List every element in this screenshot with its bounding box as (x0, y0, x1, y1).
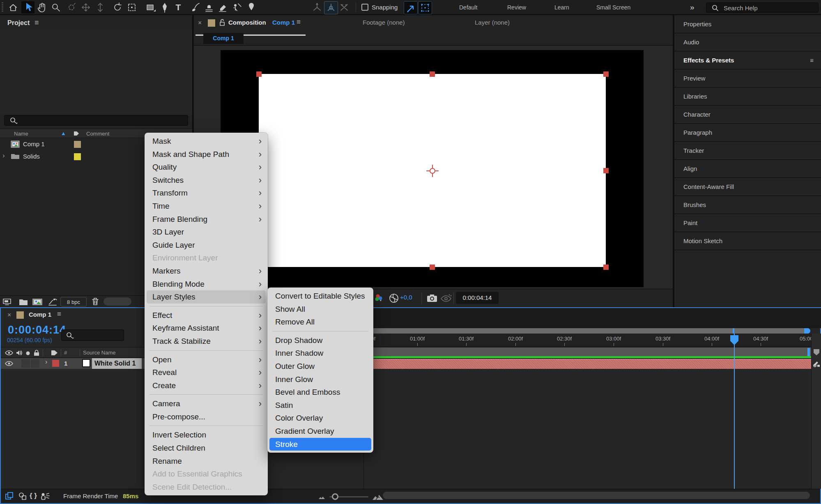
label-color-swatch-tan[interactable] (74, 141, 81, 148)
menu-item-effect[interactable]: Effect› (147, 309, 266, 322)
layer-expander-icon[interactable]: › (45, 358, 47, 366)
comp-panel-tab-label[interactable]: Composition (228, 19, 266, 26)
handle-bottom-center[interactable] (430, 265, 435, 270)
timeline-tab-close-icon[interactable]: × (7, 311, 11, 319)
rotation-tool[interactable] (111, 1, 124, 14)
snap-features-toggle[interactable] (418, 1, 432, 14)
timeline-h-scrollbar[interactable] (383, 492, 810, 499)
menu-item-time[interactable]: Time› (147, 200, 266, 213)
selection-tool[interactable] (21, 1, 34, 14)
type-tool[interactable]: T (172, 1, 185, 14)
menu-item-track-stabilize[interactable]: Track & Stabilize› (147, 335, 266, 348)
workspace-overflow-button[interactable]: » (690, 0, 695, 15)
column-source-name[interactable]: Source Name (83, 350, 115, 356)
menu-item-mask-and-shape-path[interactable]: Mask and Shape Path› (147, 148, 266, 161)
menu-item-quality[interactable]: Quality› (147, 161, 266, 174)
sidebar-item-tracker[interactable]: Tracker (674, 142, 821, 160)
footage-tab[interactable]: Footage (none) (363, 19, 405, 26)
project-settings-icon[interactable] (48, 297, 57, 306)
submenu-item-show-all[interactable]: Show All (269, 303, 371, 316)
submenu-item-inner-glow[interactable]: Inner Glow (269, 373, 371, 386)
snap-guides-toggle[interactable] (404, 1, 418, 14)
snapping-checkbox[interactable] (361, 4, 368, 11)
menu-item-invert-selection[interactable]: Invert Selection (147, 428, 266, 442)
menu-item-guide-layer[interactable]: Guide Layer (147, 239, 266, 252)
home-button[interactable] (7, 1, 20, 14)
submenu-item-convert-to-editable-styles[interactable]: Convert to Editable Styles (269, 290, 371, 303)
sidebar-item-preview[interactable]: Preview (674, 69, 821, 87)
layer-label-color[interactable] (52, 360, 59, 367)
menu-item-layer-styles[interactable]: Layer Styles› (147, 290, 266, 304)
comp-tab-close-icon[interactable]: × (198, 19, 202, 27)
sidebar-item-audio[interactable]: Audio (674, 33, 821, 51)
submenu-item-remove-all[interactable]: Remove All (269, 315, 371, 329)
sidebar-item-paint[interactable]: Paint (674, 214, 821, 232)
orbit-camera-tool[interactable] (65, 1, 78, 14)
puppet-pin-tool[interactable] (245, 1, 258, 14)
submenu-item-drop-shadow[interactable]: Drop Shadow (269, 334, 371, 347)
layer-tab[interactable]: Layer (none) (475, 19, 510, 26)
work-area-band[interactable] (364, 348, 811, 357)
menu-item-open[interactable]: Open› (147, 353, 266, 366)
menu-item-select-children[interactable]: Select Children (147, 442, 266, 455)
layer-duration-bar[interactable] (364, 359, 811, 369)
stamp-tool[interactable] (202, 1, 216, 14)
layer-eye-icon[interactable] (5, 361, 13, 366)
column-name[interactable]: Name (14, 131, 28, 137)
sidebar-item-motion-sketch[interactable]: Motion Sketch (674, 232, 821, 250)
submenu-item-outer-glow[interactable]: Outer Glow (269, 360, 371, 373)
timeline-zoom-slider[interactable] (329, 496, 368, 497)
menu-item-pre-compose[interactable]: Pre-compose... (147, 410, 266, 423)
comp-tab-menu-icon[interactable]: ≡ (297, 18, 301, 26)
time-navigator-bar[interactable] (364, 328, 810, 334)
work-area-end-marker[interactable] (807, 348, 810, 357)
viewer-tab-comp1[interactable]: Comp 1 (203, 33, 244, 44)
project-search-box[interactable] (4, 115, 188, 126)
view-axis-mode[interactable] (338, 1, 351, 14)
timeline-tab-label[interactable]: Comp 1 (29, 311, 51, 318)
menu-item-blending-mode[interactable]: Blending Mode› (147, 278, 266, 291)
sort-ascending-icon[interactable]: ▲ (61, 130, 66, 136)
zoom-out-mountain-icon[interactable] (318, 494, 326, 500)
zoom-in-mountain-icon[interactable] (372, 492, 384, 501)
workspace-tab-review[interactable]: Review (507, 0, 526, 15)
column-comment[interactable]: Comment (86, 131, 109, 137)
menu-item-switches[interactable]: Switches› (147, 174, 266, 187)
column-index[interactable]: # (64, 350, 67, 356)
handle-top-center[interactable] (430, 71, 435, 77)
comp-button-icon[interactable] (812, 360, 821, 368)
roto-brush-tool[interactable] (230, 1, 243, 14)
effects-presets-menu-icon[interactable]: ≡ (810, 51, 814, 69)
label-color-swatch-yellow[interactable] (74, 153, 81, 160)
sidebar-item-libraries[interactable]: Libraries (674, 87, 821, 106)
sidebar-item-content-aware-fill[interactable]: Content-Aware Fill (674, 178, 821, 196)
sidebar-item-effects-presets[interactable]: Effects & Presets ≡ (674, 51, 821, 69)
sidebar-item-properties[interactable]: Properties (674, 15, 821, 33)
pan-camera-tool[interactable] (79, 1, 92, 14)
menu-item-mask[interactable]: Mask› (147, 135, 266, 148)
layer-solo-cell[interactable] (31, 359, 39, 368)
menu-item-frame-blending[interactable]: Frame Blending› (147, 213, 266, 226)
submenu-item-satin[interactable]: Satin (269, 399, 371, 412)
unlocked-icon[interactable] (219, 19, 225, 26)
current-timecode[interactable]: 0:00:04:14 (8, 324, 66, 336)
handle-mid-right[interactable] (603, 168, 609, 173)
layer-audio-cell[interactable] (21, 359, 30, 368)
submenu-item-gradient-overlay[interactable]: Gradient Overlay (269, 425, 371, 438)
graph-editor-set-icon[interactable] (18, 492, 27, 501)
handle-bottom-right[interactable] (603, 265, 609, 270)
sidebar-item-align[interactable]: Align (674, 160, 821, 178)
zoom-slider-knob[interactable] (332, 493, 338, 500)
new-folder-icon[interactable] (19, 298, 28, 306)
motion-blur-icon[interactable] (40, 492, 51, 501)
show-snapshot-icon[interactable] (440, 293, 452, 303)
comp-panel-tab-comp-name[interactable]: Comp 1 (272, 19, 295, 26)
menu-item-3d-layer[interactable]: 3D Layer (147, 226, 266, 239)
expand-layers-toggle-icon[interactable] (5, 492, 14, 501)
menu-item-rename[interactable]: Rename (147, 455, 266, 468)
new-composition-icon[interactable] (32, 298, 44, 306)
project-panel-menu-icon[interactable]: ≡ (34, 18, 39, 27)
brush-tool[interactable] (189, 1, 202, 14)
snapping-label[interactable]: Snapping (372, 0, 398, 15)
submenu-item-stroke[interactable]: Stroke (269, 438, 371, 451)
